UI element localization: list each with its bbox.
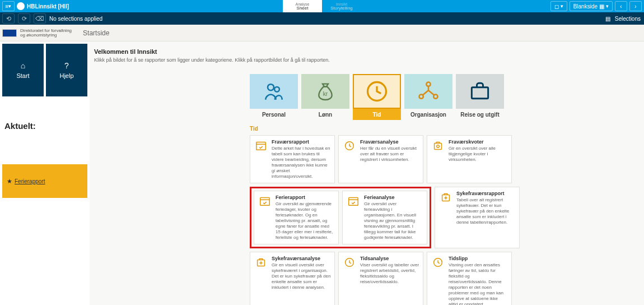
report-cal-icon — [254, 140, 268, 152]
welcome-title: Velkommen til Innsikt — [94, 48, 640, 55]
analysis-clock-icon — [343, 140, 356, 152]
cat-tid-label: Tid — [373, 112, 381, 118]
app-title: HBLinnsikt [HII] — [27, 3, 69, 10]
step-back-icon: ⟲ — [6, 15, 11, 22]
card-desc: Viser oversikt og tabeller over registre… — [360, 262, 419, 285]
menu-button[interactable]: ≡▾ — [2, 1, 15, 11]
card-title: Ferieanalyse — [364, 195, 423, 200]
org-line2: og økonomistyring — [20, 33, 72, 38]
tab-story-label: Storytelling — [330, 6, 353, 11]
card-desc: Visning over den ansattes føringer av ti… — [449, 262, 508, 305]
quota-icon — [431, 140, 445, 152]
svg-rect-10 — [435, 143, 442, 149]
chevron-down-icon: ▾ — [561, 3, 563, 9]
card-title: Sykefraværsanalyse — [272, 256, 331, 261]
svg-point-4 — [426, 82, 430, 86]
card-ferierapport[interactable]: FerierapportGir oversikt av gjenværende … — [254, 191, 339, 244]
cat-lonn-label: Lønn — [319, 112, 332, 118]
nav-hjelp-label: Hjelp — [59, 72, 73, 79]
medkit-icon — [439, 191, 452, 204]
moneybag-icon: kr — [314, 80, 337, 103]
cat-org[interactable]: Organisasjon — [404, 74, 452, 120]
highlight-ferie-group: FerierapportGir oversikt av gjenværende … — [250, 187, 431, 248]
card-title: Sykefraværsrapport — [456, 191, 516, 196]
svg-point-1 — [274, 87, 279, 92]
tab-storytelling[interactable]: Innsikt Storytelling — [322, 0, 361, 12]
card-desc: Gir oversikt over ferieavvikling i organ… — [364, 201, 423, 241]
chevron-down-icon: ▾ — [8, 3, 11, 9]
card-desc: Gir en oversikt over alle tilgjengelige … — [449, 146, 508, 163]
card-ferieanalyse[interactable]: FerieanalyseGir oversikt over ferieavvik… — [342, 191, 427, 244]
medkit-icon — [254, 256, 268, 269]
svg-rect-12 — [260, 198, 270, 206]
card-title: Ferierapport — [276, 195, 335, 200]
svg-rect-7 — [472, 87, 488, 99]
nav-hjelp[interactable]: ? Hjelp — [46, 44, 87, 96]
tab-sheet-label: Sheet — [297, 6, 309, 11]
svg-rect-13 — [349, 198, 358, 206]
people-icon — [262, 79, 286, 104]
org-logo: Direktoratet for forvaltning og økonomis… — [2, 29, 72, 38]
card-title: Fraværsrapport — [272, 139, 331, 145]
card-fravaersrapport[interactable]: FraværsrapportDette arket har i hovedsak… — [250, 135, 335, 183]
cat-tid[interactable]: Tid — [353, 74, 401, 120]
card-tidsanalyse[interactable]: TidsanalyseViser oversikt og tabeller ov… — [338, 252, 423, 305]
card-desc: Her får du en visuell oversikt over alt … — [360, 146, 419, 163]
cat-personal[interactable]: Personal — [250, 74, 298, 120]
home-icon: ⌂ — [21, 61, 25, 70]
cat-reise-label: Reise og utgift — [460, 112, 499, 118]
no-selections-text: No selections applied — [49, 16, 102, 22]
clock-icon — [365, 79, 389, 104]
grid-icon: ▦ — [599, 3, 604, 10]
bookmark-icon: ◻ — [554, 3, 559, 10]
report-cal-icon — [258, 195, 272, 207]
card-fravaerskvoter[interactable]: FraværskvoterGir en oversikt over alle t… — [427, 135, 512, 183]
card-tidslipp[interactable]: TidslippVisning over den ansattes føring… — [427, 252, 512, 305]
card-title: Tidsanalyse — [360, 256, 419, 261]
sheet-nav-label: Blankside — [573, 3, 598, 10]
section-head-tid: Tid — [250, 126, 640, 132]
page-title: Startside — [83, 29, 109, 37]
card-title: Tidslipp — [449, 256, 508, 261]
nav-start[interactable]: ⌂ Start — [2, 44, 44, 96]
card-sykefravaersrapport[interactable]: SykefraværsrapportTabell over alt regist… — [435, 187, 520, 248]
sheet-nav-button[interactable]: Blankside▦▾ — [570, 1, 613, 11]
step-fwd-icon: ⟳ — [22, 15, 27, 22]
prev-sheet-button[interactable]: ‹ — [615, 1, 627, 11]
app-icon — [17, 2, 25, 10]
selections-label[interactable]: Selections — [615, 16, 641, 22]
next-sheet-button[interactable]: › — [629, 1, 642, 11]
tab-story-sub: Innsikt — [336, 2, 347, 6]
chevron-left-icon: ‹ — [620, 3, 622, 10]
card-title: Fraværsanalyse — [360, 139, 419, 145]
card-desc: Gir oversikt av gjenværende feriedager, … — [276, 201, 335, 241]
svg-point-11 — [437, 145, 440, 148]
chevron-down-icon: ▾ — [606, 3, 609, 9]
svg-rect-8 — [256, 142, 266, 150]
card-sykefravaersanalyse[interactable]: SykefraværsanalyseGir en visuell oversik… — [250, 252, 335, 305]
tab-sheet-sub: Analyse — [296, 2, 310, 6]
aktuelt-box[interactable]: ★ Ferierapport — [2, 164, 87, 198]
aktuelt-link[interactable]: Ferierapport — [15, 178, 45, 184]
card-desc: Gir en visuell oversikt over sykefravære… — [272, 262, 331, 290]
nav-start-label: Start — [16, 72, 29, 79]
help-icon: ? — [64, 61, 69, 70]
report-cal-icon — [347, 195, 360, 207]
card-desc: Dette arket har i hovedsak en tabell som… — [272, 146, 331, 179]
selections-icon: ▤ — [605, 16, 610, 22]
bookmark-button[interactable]: ◻▾ — [550, 1, 567, 11]
org-icon — [416, 79, 441, 104]
analysis-clock-icon — [343, 256, 356, 269]
selection-back-button[interactable]: ⟲ — [2, 13, 15, 24]
cat-lonn[interactable]: kr Lønn — [301, 74, 349, 120]
flag-icon — [2, 29, 17, 37]
tab-sheet[interactable]: Analyse Sheet — [283, 0, 322, 12]
clear-selections-button[interactable]: ⌫ — [34, 13, 46, 24]
briefcase-icon — [468, 79, 492, 104]
aktuelt-heading: Aktuelt: — [2, 121, 87, 131]
cat-personal-label: Personal — [262, 112, 286, 118]
cat-reise[interactable]: Reise og utgift — [456, 74, 504, 120]
selection-forward-button[interactable]: ⟳ — [18, 13, 30, 24]
card-fravaersanalyse[interactable]: FraværsanalyseHer får du en visuell over… — [338, 135, 423, 183]
svg-point-0 — [268, 84, 274, 90]
